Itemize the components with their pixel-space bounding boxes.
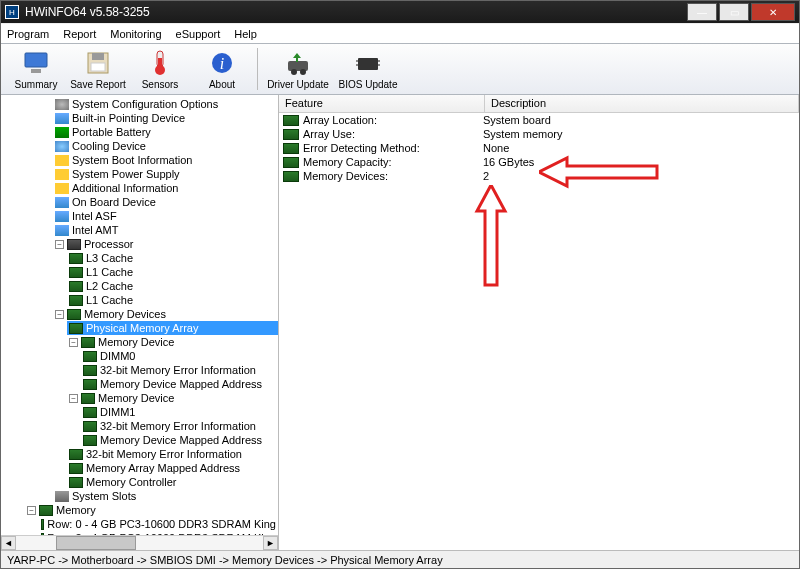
device-tree[interactable]: System Configuration Options Built-in Po… bbox=[1, 95, 278, 550]
toolbar-separator bbox=[257, 48, 258, 90]
maximize-button[interactable]: ▭ bbox=[719, 3, 749, 21]
tree-item[interactable]: DIMM0 bbox=[81, 349, 278, 363]
memory-icon bbox=[69, 323, 83, 334]
save-report-label: Save Report bbox=[70, 79, 126, 90]
driver-update-button[interactable]: Driver Update bbox=[262, 46, 334, 93]
collapse-icon[interactable]: − bbox=[27, 506, 36, 515]
menu-program[interactable]: Program bbox=[7, 28, 49, 40]
scroll-track[interactable] bbox=[16, 536, 263, 550]
memory-icon bbox=[83, 379, 97, 390]
memory-icon bbox=[69, 449, 83, 460]
bios-icon bbox=[354, 49, 382, 77]
dimm-icon bbox=[83, 407, 97, 418]
tree-pane: System Configuration Options Built-in Po… bbox=[1, 95, 279, 550]
tree-item[interactable]: DIMM1 bbox=[81, 405, 278, 419]
tree-item[interactable]: −Memory Device bbox=[67, 335, 278, 349]
svg-rect-16 bbox=[378, 60, 380, 62]
svg-point-11 bbox=[291, 69, 297, 75]
summary-button[interactable]: Summary bbox=[5, 46, 67, 93]
power-icon bbox=[55, 169, 69, 180]
close-button[interactable]: ✕ bbox=[751, 3, 795, 21]
memory-icon bbox=[83, 421, 97, 432]
intel-icon bbox=[55, 211, 69, 222]
menu-report[interactable]: Report bbox=[63, 28, 96, 40]
tree-item[interactable]: System Boot Information bbox=[53, 153, 278, 167]
about-button[interactable]: i About bbox=[191, 46, 253, 93]
svg-rect-10 bbox=[288, 61, 308, 71]
svg-rect-3 bbox=[92, 53, 104, 60]
tree-item[interactable]: On Board Device bbox=[53, 195, 278, 209]
menubar: Program Report Monitoring eSupport Help bbox=[1, 23, 799, 43]
minimize-button[interactable]: — bbox=[687, 3, 717, 21]
tree-item[interactable]: L1 Cache bbox=[67, 293, 278, 307]
tree-item[interactable]: 32-bit Memory Error Information bbox=[81, 419, 278, 433]
annotation-arrow-up bbox=[474, 185, 508, 295]
collapse-icon[interactable]: − bbox=[69, 394, 78, 403]
detail-row[interactable]: Array Location:System board bbox=[279, 113, 799, 127]
tree-item[interactable]: Cooling Device bbox=[53, 139, 278, 153]
tree-item[interactable]: Intel ASF bbox=[53, 209, 278, 223]
column-feature[interactable]: Feature bbox=[279, 95, 485, 112]
scroll-left-icon[interactable]: ◄ bbox=[1, 536, 16, 550]
svg-rect-17 bbox=[378, 64, 380, 66]
memory-icon bbox=[69, 463, 83, 474]
detail-row[interactable]: Error Detecting Method:None bbox=[279, 141, 799, 155]
menu-esupport[interactable]: eSupport bbox=[176, 28, 221, 40]
tree-item[interactable]: Memory Array Mapped Address bbox=[67, 461, 278, 475]
tree-item[interactable]: −Memory Device bbox=[67, 391, 278, 405]
detail-pane: Feature Description Array Location:Syste… bbox=[279, 95, 799, 550]
fan-icon bbox=[55, 141, 69, 152]
bios-update-button[interactable]: BIOS Update bbox=[334, 46, 402, 93]
tree-item[interactable]: L3 Cache bbox=[67, 251, 278, 265]
board-icon bbox=[55, 197, 69, 208]
tree-item[interactable]: Memory Controller bbox=[67, 475, 278, 489]
tree-item[interactable]: L2 Cache bbox=[67, 279, 278, 293]
chip-icon bbox=[283, 129, 299, 140]
app-icon: H bbox=[5, 5, 19, 19]
collapse-icon[interactable]: − bbox=[69, 338, 78, 347]
tree-item[interactable]: System Slots bbox=[53, 489, 278, 503]
collapse-icon[interactable]: − bbox=[55, 310, 64, 319]
tree-item[interactable]: System Configuration Options bbox=[53, 97, 278, 111]
driver-update-label: Driver Update bbox=[267, 79, 329, 90]
svg-text:i: i bbox=[220, 55, 224, 72]
tree-item[interactable]: Additional Information bbox=[53, 181, 278, 195]
tree-item[interactable]: System Power Supply bbox=[53, 167, 278, 181]
cache-icon bbox=[69, 267, 83, 278]
tree-item[interactable]: 32-bit Memory Error Information bbox=[81, 363, 278, 377]
dimm-icon bbox=[83, 351, 97, 362]
tree-item[interactable]: Built-in Pointing Device bbox=[53, 111, 278, 125]
tree-item[interactable]: Memory Device Mapped Address bbox=[81, 377, 278, 391]
menu-monitoring[interactable]: Monitoring bbox=[110, 28, 161, 40]
tree-item[interactable]: −Processor bbox=[53, 237, 278, 251]
tree-item[interactable]: Row: 0 - 4 GB PC3-10600 DDR3 SDRAM King bbox=[39, 517, 278, 531]
gear-icon bbox=[55, 99, 69, 110]
tree-item-memory-devices[interactable]: −Memory Devices bbox=[53, 307, 278, 321]
tree-horizontal-scrollbar[interactable]: ◄ ► bbox=[1, 535, 278, 550]
chip-icon bbox=[283, 171, 299, 182]
detail-row[interactable]: Memory Capacity:16 GBytes bbox=[279, 155, 799, 169]
menu-help[interactable]: Help bbox=[234, 28, 257, 40]
sensors-button[interactable]: Sensors bbox=[129, 46, 191, 93]
breadcrumb: YARP-PC -> Motherboard -> SMBIOS DMI -> … bbox=[7, 554, 443, 566]
boot-icon bbox=[55, 155, 69, 166]
monitor-icon bbox=[22, 49, 50, 77]
scroll-thumb[interactable] bbox=[56, 536, 136, 550]
cache-icon bbox=[69, 281, 83, 292]
tree-item-physical-memory-array[interactable]: Physical Memory Array bbox=[67, 321, 278, 335]
scroll-right-icon[interactable]: ► bbox=[263, 536, 278, 550]
tree-item-memory[interactable]: −Memory bbox=[25, 503, 278, 517]
svg-rect-1 bbox=[31, 69, 41, 73]
tree-item[interactable]: Intel AMT bbox=[53, 223, 278, 237]
collapse-icon[interactable]: − bbox=[55, 240, 64, 249]
save-report-button[interactable]: Save Report bbox=[67, 46, 129, 93]
info-icon bbox=[55, 183, 69, 194]
column-description[interactable]: Description bbox=[485, 95, 799, 112]
chip-icon bbox=[283, 157, 299, 168]
tree-item[interactable]: 32-bit Memory Error Information bbox=[67, 447, 278, 461]
tree-item[interactable]: Portable Battery bbox=[53, 125, 278, 139]
tree-item[interactable]: Memory Device Mapped Address bbox=[81, 433, 278, 447]
detail-row[interactable]: Array Use:System memory bbox=[279, 127, 799, 141]
detail-row[interactable]: Memory Devices:2 bbox=[279, 169, 799, 183]
tree-item[interactable]: L1 Cache bbox=[67, 265, 278, 279]
